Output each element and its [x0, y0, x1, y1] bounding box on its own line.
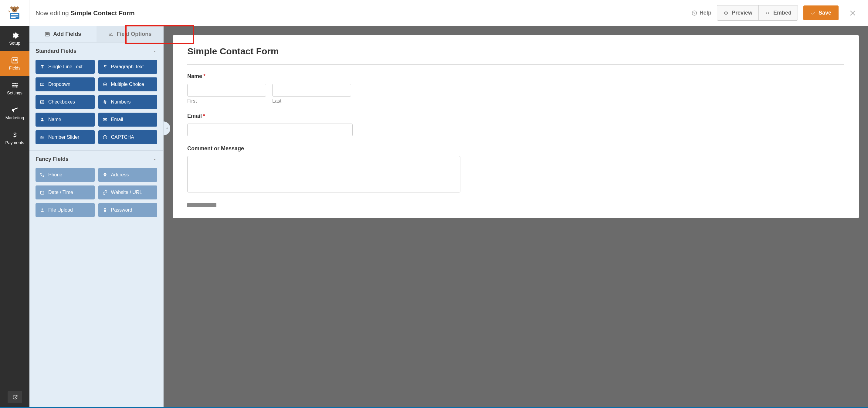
close-button[interactable]: [844, 0, 862, 26]
comment-textarea[interactable]: [187, 156, 460, 192]
nav-marketing-label: Marketing: [5, 115, 24, 120]
wpforms-logo-icon: [6, 5, 23, 22]
history-icon: [12, 394, 18, 400]
field-name-block[interactable]: Name* First Last: [187, 73, 844, 104]
field-website[interactable]: Website / URL: [98, 186, 157, 199]
nav-setup[interactable]: Setup: [0, 26, 29, 51]
svg-point-4: [15, 8, 17, 10]
embed-button[interactable]: Embed: [758, 5, 798, 20]
svg-point-3: [13, 8, 14, 10]
last-sublabel: Last: [272, 98, 351, 104]
help-label: Help: [700, 10, 711, 16]
email-input[interactable]: [187, 124, 353, 136]
field-password[interactable]: Password: [98, 203, 157, 217]
help-button[interactable]: ? Help: [692, 10, 711, 16]
nav-settings[interactable]: Settings: [0, 76, 29, 101]
tab-add-fields[interactable]: Add Fields: [29, 26, 96, 42]
field-email[interactable]: Email: [98, 113, 157, 127]
history-button[interactable]: [8, 391, 22, 403]
section-fancy-header[interactable]: Fancy Fields: [29, 151, 163, 165]
svg-point-31: [41, 118, 43, 120]
form-preview[interactable]: Simple Contact Form Name* First Last: [173, 35, 859, 218]
slider-icon: [40, 135, 44, 139]
sliders-icon: [11, 81, 19, 89]
svg-rect-7: [11, 14, 19, 15]
preview-button[interactable]: Preview: [717, 5, 758, 20]
svg-text:?: ?: [104, 136, 105, 139]
nav-fields[interactable]: Fields: [0, 51, 29, 76]
field-paragraph-text[interactable]: Paragraph Text: [98, 60, 157, 74]
svg-point-35: [41, 138, 42, 139]
field-comment-block[interactable]: Comment or Message: [187, 146, 844, 194]
field-checkboxes[interactable]: Checkboxes: [35, 95, 95, 109]
section-standard-header[interactable]: Standard Fields: [29, 42, 163, 57]
last-name-input[interactable]: [272, 84, 351, 97]
svg-rect-30: [41, 100, 44, 104]
question-icon: ?: [102, 135, 107, 139]
top-bar: Now editing Simple Contact Form ? Help P…: [0, 0, 868, 26]
editing-prefix: Now editing: [35, 9, 69, 17]
required-asterisk: *: [203, 113, 205, 119]
field-name[interactable]: Name: [35, 113, 95, 127]
svg-rect-9: [11, 17, 16, 18]
preview-embed-group: Preview Embed: [717, 5, 798, 21]
field-file-upload[interactable]: File Upload: [35, 203, 95, 217]
nav-marketing[interactable]: Marketing: [0, 101, 29, 126]
nav-payments[interactable]: Payments: [0, 126, 29, 151]
side-nav: Setup Fields Settings Marketing Payments: [0, 26, 29, 408]
link-icon: [102, 190, 107, 195]
svg-rect-17: [14, 60, 17, 61]
field-email-block[interactable]: Email*: [187, 113, 844, 136]
phone-icon: [40, 172, 44, 177]
field-multiple-choice[interactable]: Multiple Choice: [98, 77, 157, 91]
svg-rect-23: [46, 34, 49, 35]
form-title: Simple Contact Form: [187, 46, 844, 65]
name-label: Name*: [187, 73, 844, 80]
svg-point-12: [725, 12, 726, 13]
section-standard-title: Standard Fields: [35, 48, 76, 54]
section-fancy-title: Fancy Fields: [35, 156, 69, 162]
svg-rect-14: [13, 59, 14, 60]
field-dropdown[interactable]: Dropdown: [35, 77, 95, 91]
tab-options-label: Field Options: [117, 31, 151, 37]
fields-panel: Add Fields Field Options Standard Fields…: [29, 26, 163, 408]
field-single-line-text[interactable]: Single Line Text: [35, 60, 95, 74]
bullhorn-icon: [11, 106, 19, 114]
logo: [0, 0, 29, 26]
editing-form-name: Simple Contact Form: [71, 9, 135, 17]
options-icon: [108, 32, 114, 37]
field-number-slider[interactable]: Number Slider: [35, 130, 95, 144]
svg-point-25: [110, 34, 111, 35]
svg-rect-39: [104, 210, 106, 212]
close-icon: [849, 9, 857, 17]
envelope-icon: [102, 117, 107, 122]
field-date-time[interactable]: Date / Time: [35, 186, 95, 199]
chevron-down-icon: [152, 157, 157, 162]
svg-point-34: [42, 137, 43, 138]
svg-point-19: [13, 85, 14, 86]
svg-point-18: [15, 83, 17, 84]
calendar-icon: [40, 190, 44, 195]
first-sublabel: First: [187, 98, 266, 104]
lock-icon: [102, 208, 107, 213]
submit-button[interactable]: [187, 203, 216, 207]
comment-label: Comment or Message: [187, 146, 844, 152]
pin-icon: [102, 172, 107, 177]
form-canvas: Simple Contact Form Name* First Last: [163, 26, 868, 408]
svg-point-26: [112, 35, 113, 36]
field-phone[interactable]: Phone: [35, 168, 95, 182]
field-address[interactable]: Address: [98, 168, 157, 182]
svg-point-5: [14, 10, 15, 11]
first-name-input[interactable]: [187, 84, 266, 97]
field-numbers[interactable]: Numbers: [98, 95, 157, 109]
check-icon: [811, 11, 815, 15]
embed-label: Embed: [773, 10, 792, 16]
field-captcha[interactable]: ?CAPTCHA: [98, 130, 157, 144]
tab-add-label: Add Fields: [53, 31, 81, 37]
tab-field-options[interactable]: Field Options: [96, 26, 163, 42]
svg-text:?: ?: [693, 11, 695, 14]
save-button[interactable]: Save: [803, 5, 839, 20]
text-icon: [40, 64, 44, 69]
svg-point-29: [104, 84, 105, 85]
chevron-down-icon: [152, 49, 157, 54]
